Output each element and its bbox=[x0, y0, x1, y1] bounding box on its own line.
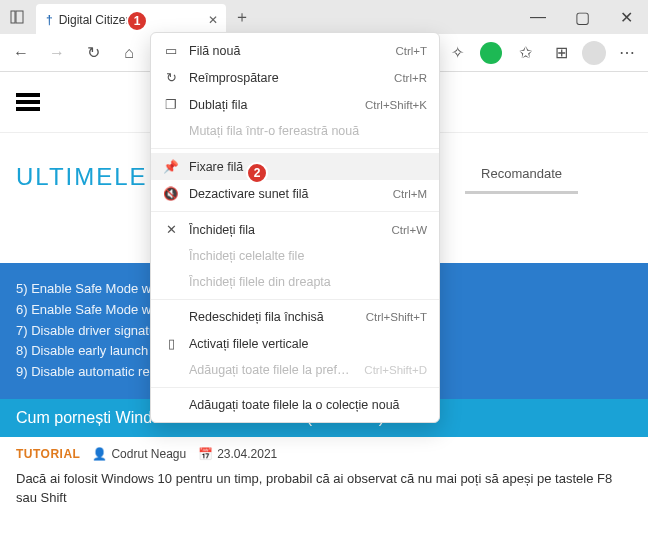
window-controls: ― ▢ ✕ bbox=[516, 0, 648, 34]
tab-context-menu: ▭Filă nouăCtrl+T↻ReîmprospătareCtrl+R❐Du… bbox=[150, 32, 440, 423]
context-menu-item[interactable]: 📌Fixare filă bbox=[151, 153, 439, 180]
menu-item-icon: ↻ bbox=[163, 70, 179, 85]
menu-button[interactable]: ⋯ bbox=[612, 38, 642, 68]
context-menu-item[interactable]: ▭Filă nouăCtrl+T bbox=[151, 37, 439, 64]
hamburger-menu-button[interactable] bbox=[16, 90, 40, 114]
menu-item-label: Adăugați toate filele la o colecție nouă bbox=[189, 398, 417, 412]
menu-item-label: Închideți filele din dreapta bbox=[189, 275, 417, 289]
menu-item-icon: ❐ bbox=[163, 97, 179, 112]
menu-item-shortcut: Ctrl+M bbox=[393, 188, 427, 200]
menu-item-label: Activați filele verticale bbox=[189, 337, 417, 351]
callout-badge-2: 2 bbox=[246, 162, 268, 184]
person-icon: 👤 bbox=[92, 447, 107, 461]
back-button[interactable]: ← bbox=[6, 38, 36, 68]
tab-title: Digital Citizen bbox=[59, 13, 132, 27]
context-menu-item[interactable]: Redeschideți fila închisăCtrl+Shift+T bbox=[151, 304, 439, 330]
extension-icon[interactable] bbox=[480, 42, 502, 64]
menu-item-icon: ▯ bbox=[163, 336, 179, 351]
menu-item-shortcut: Ctrl+Shift+D bbox=[364, 364, 427, 376]
vertical-tabs-button[interactable] bbox=[0, 0, 34, 34]
menu-item-shortcut: Ctrl+T bbox=[395, 45, 427, 57]
menu-item-shortcut: Ctrl+R bbox=[394, 72, 427, 84]
svg-rect-0 bbox=[11, 11, 15, 23]
title-bar: † Digital Citizen ✕ ＋ ― ▢ ✕ bbox=[0, 0, 648, 34]
context-menu-item[interactable]: ▯Activați filele verticale bbox=[151, 330, 439, 357]
menu-item-label: Dublați fila bbox=[189, 98, 355, 112]
context-menu-item[interactable]: ❐Dublați filaCtrl+Shift+K bbox=[151, 91, 439, 118]
context-menu-item: Închideți celelalte file bbox=[151, 243, 439, 269]
context-menu-item: Mutați fila într-o fereastră nouă bbox=[151, 118, 439, 144]
calendar-icon: 📅 bbox=[198, 447, 213, 461]
menu-item-label: Închideți celelalte file bbox=[189, 249, 417, 263]
menu-item-icon: ✕ bbox=[163, 222, 179, 237]
home-button[interactable]: ⌂ bbox=[114, 38, 144, 68]
favicon-icon: † bbox=[46, 13, 53, 27]
article-meta: TUTORIAL 👤 Codrut Neagu 📅 23.04.2021 bbox=[0, 437, 648, 465]
menu-item-label: Mutați fila într-o fereastră nouă bbox=[189, 124, 417, 138]
menu-item-label: Redeschideți fila închisă bbox=[189, 310, 356, 324]
menu-item-icon: ▭ bbox=[163, 43, 179, 58]
forward-button[interactable]: → bbox=[42, 38, 72, 68]
context-menu-item: Adăugați toate filele la preferințeCtrl+… bbox=[151, 357, 439, 383]
vertical-tabs-icon bbox=[10, 10, 24, 24]
article-date: 📅 23.04.2021 bbox=[198, 447, 277, 461]
article-author[interactable]: 👤 Codrut Neagu bbox=[92, 447, 186, 461]
profile-button[interactable] bbox=[582, 41, 606, 65]
favorites-button[interactable]: ✩ bbox=[510, 38, 540, 68]
collections-button[interactable]: ⊞ bbox=[546, 38, 576, 68]
menu-item-label: Dezactivare sunet filă bbox=[189, 187, 383, 201]
article-tag[interactable]: TUTORIAL bbox=[16, 447, 80, 461]
maximize-button[interactable]: ▢ bbox=[560, 0, 604, 34]
tracking-button[interactable]: ✧ bbox=[442, 38, 472, 68]
minimize-button[interactable]: ― bbox=[516, 0, 560, 34]
svg-rect-1 bbox=[16, 11, 23, 23]
menu-item-shortcut: Ctrl+W bbox=[392, 224, 427, 236]
menu-item-label: Reîmprospătare bbox=[189, 71, 384, 85]
close-tab-button[interactable]: ✕ bbox=[208, 13, 218, 27]
menu-item-label: Fixare filă bbox=[189, 160, 417, 174]
context-menu-item[interactable]: Adăugați toate filele la o colecție nouă bbox=[151, 392, 439, 418]
menu-item-label: Filă nouă bbox=[189, 44, 385, 58]
new-tab-button[interactable]: ＋ bbox=[226, 0, 258, 34]
menu-item-shortcut: Ctrl+Shift+K bbox=[365, 99, 427, 111]
refresh-button[interactable]: ↻ bbox=[78, 38, 108, 68]
menu-item-label: Adăugați toate filele la preferințe bbox=[189, 363, 354, 377]
nav-recommended[interactable]: Recomandate bbox=[465, 156, 578, 194]
context-menu-item[interactable]: 🔇Dezactivare sunet filăCtrl+M bbox=[151, 180, 439, 207]
menu-item-shortcut: Ctrl+Shift+T bbox=[366, 311, 427, 323]
context-menu-item[interactable]: ↻ReîmprospătareCtrl+R bbox=[151, 64, 439, 91]
menu-item-label: Închideți fila bbox=[189, 223, 382, 237]
article-excerpt: Dacă ai folosit Windows 10 pentru un tim… bbox=[0, 465, 648, 508]
context-menu-item[interactable]: ✕Închideți filaCtrl+W bbox=[151, 216, 439, 243]
menu-item-icon: 🔇 bbox=[163, 186, 179, 201]
callout-badge-1: 1 bbox=[126, 10, 148, 32]
context-menu-item: Închideți filele din dreapta bbox=[151, 269, 439, 295]
close-window-button[interactable]: ✕ bbox=[604, 0, 648, 34]
menu-item-icon: 📌 bbox=[163, 159, 179, 174]
